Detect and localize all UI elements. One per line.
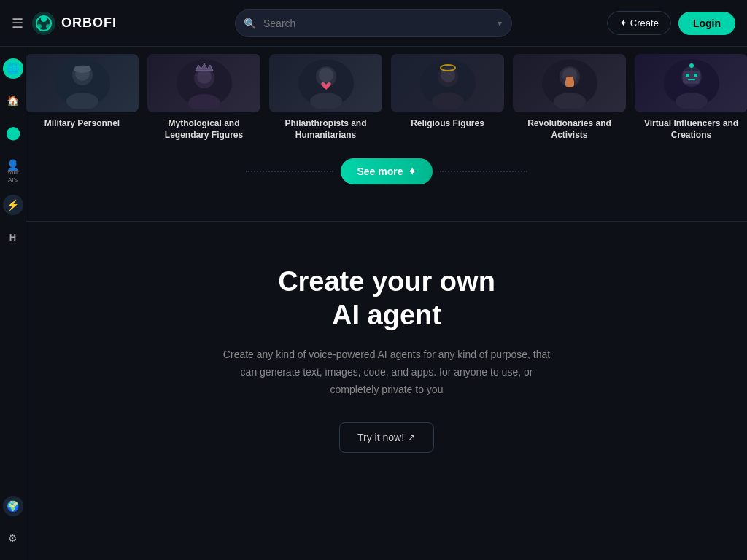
svg-rect-35 (686, 74, 689, 77)
svg-rect-37 (688, 79, 695, 80)
globe-icon: 🌐 (3, 58, 23, 79)
category-card-virtual[interactable]: Virtual Influencers and Creations (635, 54, 747, 141)
svg-point-39 (689, 63, 694, 68)
revolutionaries-label: Revolutionaries and Activists (513, 118, 626, 141)
svg-rect-30 (566, 77, 573, 81)
logo-text: ORBOFI (61, 15, 117, 31)
lightning-icon: ⚡ (3, 195, 23, 215)
sidebar-item-circle[interactable]: ⬤ (3, 122, 23, 143)
dotted-line-left (246, 171, 333, 172)
sidebar-item-globe[interactable]: 🌐 (3, 58, 23, 79)
military-card-image (26, 54, 139, 112)
sidebar-item-lightning[interactable]: ⚡ (3, 195, 23, 215)
navbar-right: ✦ Create Login (589, 11, 735, 35)
svg-rect-36 (694, 74, 697, 77)
svg-point-4 (46, 24, 50, 28)
svg-point-0 (32, 12, 55, 35)
sidebar-item-world[interactable]: 🌍 (3, 496, 23, 516)
svg-point-14 (197, 69, 212, 84)
svg-rect-10 (75, 66, 90, 69)
category-card-mythological[interactable]: Mythological and Legendary Figures (147, 54, 260, 141)
logo[interactable]: ORBOFI (31, 10, 117, 36)
philanthropists-card-image (269, 54, 382, 112)
create-title-line1: Create your own (278, 265, 495, 299)
category-card-revolutionaries[interactable]: Revolutionaries and Activists (513, 54, 626, 141)
sidebar-item-settings[interactable]: ⚙ (3, 528, 23, 548)
virtual-label: Virtual Influencers and Creations (635, 118, 747, 141)
dotted-line-right (440, 171, 527, 172)
create-title: Create your own AI agent (278, 265, 495, 332)
see-more-section: See more ✦ (34, 158, 740, 184)
orbofi-logo-icon (31, 10, 57, 36)
category-card-philanthropists[interactable]: Philanthropists and Humanitarians (269, 54, 382, 141)
religious-card-image (391, 54, 504, 112)
main-content: Military Personnel Mythological and Lege… (26, 47, 747, 560)
world-icon: 🌍 (3, 496, 23, 516)
svg-point-2 (41, 16, 47, 22)
create-own-section: Create your own AI agent Create any kind… (26, 221, 747, 497)
create-description: Create any kind of voice-powered AI agen… (219, 346, 554, 398)
svg-point-3 (37, 24, 42, 28)
search-input[interactable] (235, 9, 512, 37)
search-icon: 🔍 (244, 18, 256, 29)
categories-row: Military Personnel Mythological and Lege… (34, 47, 740, 152)
category-card-military[interactable]: Military Personnel (26, 54, 139, 141)
home-icon: 🏠 (3, 90, 23, 111)
navbar-left: ☰ ORBOFI (12, 10, 158, 36)
login-button[interactable]: Login (678, 12, 735, 35)
category-card-religious[interactable]: Religious Figures (391, 54, 504, 141)
hamburger-menu-button[interactable]: ☰ (12, 15, 23, 31)
create-title-line2: AI agent (278, 299, 495, 332)
your-ais-label: YourAI's (7, 169, 18, 183)
settings-icon: ⚙ (3, 528, 23, 548)
virtual-card-image (635, 54, 747, 112)
sidebar: 🌐 🏠 ⬤ 👤 YourAI's ⚡ H 🌍 ⚙ (0, 47, 26, 560)
categories-section: Military Personnel Mythological and Lege… (26, 47, 747, 221)
circle-icon: ⬤ (3, 122, 23, 143)
h-label: H (3, 227, 23, 247)
see-more-label: See more (357, 166, 403, 177)
mythological-label: Mythological and Legendary Figures (147, 118, 260, 141)
military-label: Military Personnel (42, 118, 123, 130)
religious-label: Religious Figures (408, 118, 487, 130)
see-more-button[interactable]: See more ✦ (341, 158, 432, 184)
revolutionaries-card-image (513, 54, 626, 112)
sidebar-item-your-ais[interactable]: 👤 YourAI's (3, 155, 23, 183)
sidebar-item-home[interactable]: 🏠 (3, 90, 23, 111)
philanthropists-label: Philanthropists and Humanitarians (269, 118, 382, 141)
svg-point-19 (319, 68, 333, 82)
see-more-sparkle-icon: ✦ (408, 166, 417, 177)
try-it-now-button[interactable]: Try it now! ↗ (339, 422, 434, 453)
search-bar: 🔍 ▾ (235, 9, 512, 37)
create-button[interactable]: ✦ Create (607, 11, 671, 35)
sidebar-item-h[interactable]: H (3, 227, 23, 247)
mythological-card-image (147, 54, 260, 112)
navbar: ☰ ORBOFI 🔍 ▾ ✦ Create Login (0, 0, 747, 47)
svg-rect-34 (683, 71, 700, 84)
chevron-down-icon: ▾ (498, 18, 502, 28)
